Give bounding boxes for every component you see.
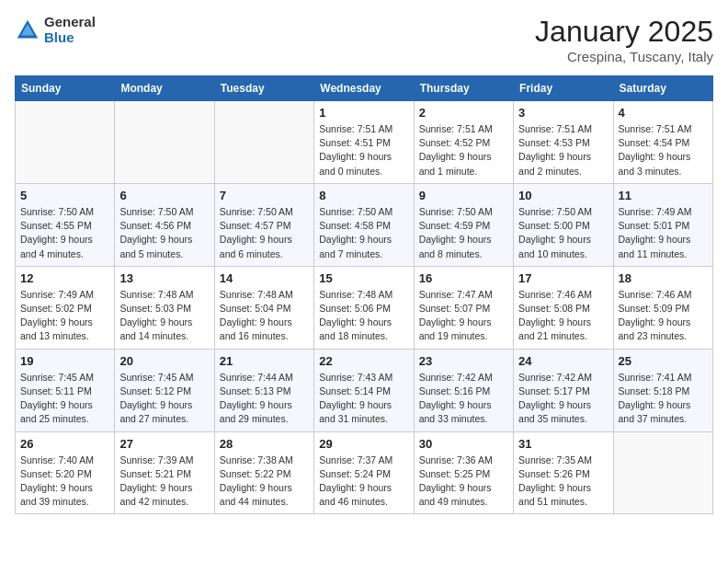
calendar-cell: 19Sunrise: 7:45 AM Sunset: 5:11 PM Dayli… [16, 349, 115, 431]
day-info: Sunrise: 7:50 AM Sunset: 4:57 PM Dayligh… [220, 205, 309, 261]
calendar-cell: 21Sunrise: 7:44 AM Sunset: 5:13 PM Dayli… [214, 349, 313, 431]
day-number: 14 [220, 271, 309, 285]
col-header-wednesday: Wednesday [314, 76, 414, 101]
logo-blue: Blue [44, 30, 96, 46]
day-info: Sunrise: 7:42 AM Sunset: 5:16 PM Dayligh… [419, 371, 508, 427]
day-number: 4 [619, 106, 708, 120]
day-number: 7 [220, 189, 309, 202]
day-number: 1 [319, 106, 408, 120]
day-info: Sunrise: 7:50 AM Sunset: 4:58 PM Dayligh… [319, 205, 408, 261]
day-info: Sunrise: 7:51 AM Sunset: 4:54 PM Dayligh… [619, 122, 708, 178]
calendar-week-row: 19Sunrise: 7:45 AM Sunset: 5:11 PM Dayli… [16, 349, 713, 431]
day-info: Sunrise: 7:41 AM Sunset: 5:18 PM Dayligh… [619, 371, 708, 427]
day-number: 12 [20, 271, 109, 285]
day-number: 11 [619, 189, 708, 202]
day-number: 25 [619, 354, 708, 368]
calendar-table: SundayMondayTuesdayWednesdayThursdayFrid… [15, 75, 713, 514]
calendar-cell: 12Sunrise: 7:49 AM Sunset: 5:02 PM Dayli… [16, 266, 115, 349]
day-info: Sunrise: 7:47 AM Sunset: 5:07 PM Dayligh… [419, 288, 508, 344]
calendar-week-row: 1Sunrise: 7:51 AM Sunset: 4:51 PM Daylig… [16, 101, 713, 184]
day-info: Sunrise: 7:45 AM Sunset: 5:12 PM Dayligh… [119, 371, 209, 427]
day-number: 19 [20, 354, 109, 368]
day-info: Sunrise: 7:49 AM Sunset: 5:02 PM Dayligh… [20, 288, 109, 344]
day-info: Sunrise: 7:49 AM Sunset: 5:01 PM Dayligh… [619, 205, 708, 261]
day-number: 20 [119, 354, 209, 368]
calendar-week-row: 26Sunrise: 7:40 AM Sunset: 5:20 PM Dayli… [16, 431, 713, 514]
page-header: General Blue January 2025 Crespina, Tusc… [15, 15, 713, 64]
calendar-cell: 31Sunrise: 7:35 AM Sunset: 5:26 PM Dayli… [514, 431, 613, 514]
day-info: Sunrise: 7:48 AM Sunset: 5:04 PM Dayligh… [220, 288, 309, 344]
day-number: 2 [419, 106, 508, 120]
day-info: Sunrise: 7:51 AM Sunset: 4:53 PM Dayligh… [518, 122, 608, 178]
calendar-cell [115, 101, 214, 184]
day-number: 24 [518, 354, 608, 368]
calendar-cell: 14Sunrise: 7:48 AM Sunset: 5:04 PM Dayli… [214, 266, 313, 349]
day-number: 22 [319, 354, 408, 368]
logo-general: General [44, 15, 96, 30]
day-number: 17 [518, 271, 608, 285]
day-number: 5 [20, 189, 109, 202]
day-number: 27 [119, 437, 209, 451]
day-number: 10 [518, 189, 608, 202]
calendar-cell: 26Sunrise: 7:40 AM Sunset: 5:20 PM Dayli… [16, 431, 115, 514]
calendar-cell: 13Sunrise: 7:48 AM Sunset: 5:03 PM Dayli… [115, 266, 214, 349]
day-number: 6 [119, 189, 209, 202]
calendar-week-row: 12Sunrise: 7:49 AM Sunset: 5:02 PM Dayli… [16, 266, 713, 349]
calendar-cell: 29Sunrise: 7:37 AM Sunset: 5:24 PM Dayli… [314, 431, 414, 514]
day-number: 26 [20, 437, 109, 451]
day-number: 8 [319, 189, 408, 202]
calendar-cell [16, 101, 115, 184]
day-info: Sunrise: 7:36 AM Sunset: 5:25 PM Dayligh… [419, 454, 508, 510]
calendar-cell: 30Sunrise: 7:36 AM Sunset: 5:25 PM Dayli… [414, 431, 513, 514]
logo-icon [15, 17, 40, 43]
day-info: Sunrise: 7:48 AM Sunset: 5:06 PM Dayligh… [319, 288, 408, 344]
calendar-header-row: SundayMondayTuesdayWednesdayThursdayFrid… [16, 76, 713, 101]
calendar-cell: 10Sunrise: 7:50 AM Sunset: 5:00 PM Dayli… [514, 183, 613, 266]
calendar-cell: 4Sunrise: 7:51 AM Sunset: 4:54 PM Daylig… [613, 101, 712, 184]
calendar-cell [214, 101, 313, 184]
day-number: 18 [619, 271, 708, 285]
day-info: Sunrise: 7:42 AM Sunset: 5:17 PM Dayligh… [518, 371, 608, 427]
calendar-cell: 15Sunrise: 7:48 AM Sunset: 5:06 PM Dayli… [314, 266, 414, 349]
calendar-subtitle: Crespina, Tuscany, Italy [535, 49, 713, 64]
day-info: Sunrise: 7:39 AM Sunset: 5:21 PM Dayligh… [119, 454, 209, 510]
calendar-cell: 1Sunrise: 7:51 AM Sunset: 4:51 PM Daylig… [314, 101, 414, 184]
calendar-cell: 16Sunrise: 7:47 AM Sunset: 5:07 PM Dayli… [414, 266, 513, 349]
calendar-cell: 17Sunrise: 7:46 AM Sunset: 5:08 PM Dayli… [514, 266, 613, 349]
day-number: 31 [518, 437, 608, 451]
calendar-cell: 27Sunrise: 7:39 AM Sunset: 5:21 PM Dayli… [115, 431, 214, 514]
calendar-cell: 3Sunrise: 7:51 AM Sunset: 4:53 PM Daylig… [514, 101, 613, 184]
calendar-title: January 2025 [535, 15, 713, 49]
day-info: Sunrise: 7:46 AM Sunset: 5:08 PM Dayligh… [518, 288, 608, 344]
logo-text: General Blue [44, 15, 96, 45]
col-header-thursday: Thursday [414, 76, 513, 101]
day-number: 30 [419, 437, 508, 451]
calendar-week-row: 5Sunrise: 7:50 AM Sunset: 4:55 PM Daylig… [16, 183, 713, 266]
day-number: 15 [319, 271, 408, 285]
calendar-cell: 23Sunrise: 7:42 AM Sunset: 5:16 PM Dayli… [414, 349, 513, 431]
day-number: 23 [419, 354, 508, 368]
calendar-cell: 5Sunrise: 7:50 AM Sunset: 4:55 PM Daylig… [16, 183, 115, 266]
day-info: Sunrise: 7:51 AM Sunset: 4:52 PM Dayligh… [419, 122, 508, 178]
calendar-cell: 11Sunrise: 7:49 AM Sunset: 5:01 PM Dayli… [613, 183, 712, 266]
day-info: Sunrise: 7:40 AM Sunset: 5:20 PM Dayligh… [20, 454, 109, 510]
day-number: 3 [518, 106, 608, 120]
day-number: 21 [220, 354, 309, 368]
day-info: Sunrise: 7:44 AM Sunset: 5:13 PM Dayligh… [220, 371, 309, 427]
col-header-monday: Monday [115, 76, 214, 101]
col-header-friday: Friday [514, 76, 613, 101]
day-number: 9 [419, 189, 508, 202]
col-header-saturday: Saturday [613, 76, 712, 101]
day-info: Sunrise: 7:37 AM Sunset: 5:24 PM Dayligh… [319, 454, 408, 510]
day-info: Sunrise: 7:51 AM Sunset: 4:51 PM Dayligh… [319, 122, 408, 178]
title-block: January 2025 Crespina, Tuscany, Italy [535, 15, 713, 64]
calendar-cell: 24Sunrise: 7:42 AM Sunset: 5:17 PM Dayli… [514, 349, 613, 431]
day-info: Sunrise: 7:35 AM Sunset: 5:26 PM Dayligh… [518, 454, 608, 510]
calendar-cell: 28Sunrise: 7:38 AM Sunset: 5:22 PM Dayli… [214, 431, 313, 514]
calendar-cell: 2Sunrise: 7:51 AM Sunset: 4:52 PM Daylig… [414, 101, 513, 184]
day-info: Sunrise: 7:50 AM Sunset: 4:56 PM Dayligh… [119, 205, 209, 261]
day-info: Sunrise: 7:50 AM Sunset: 4:55 PM Dayligh… [20, 205, 109, 261]
day-info: Sunrise: 7:45 AM Sunset: 5:11 PM Dayligh… [20, 371, 109, 427]
calendar-cell: 9Sunrise: 7:50 AM Sunset: 4:59 PM Daylig… [414, 183, 513, 266]
logo: General Blue [15, 15, 96, 45]
